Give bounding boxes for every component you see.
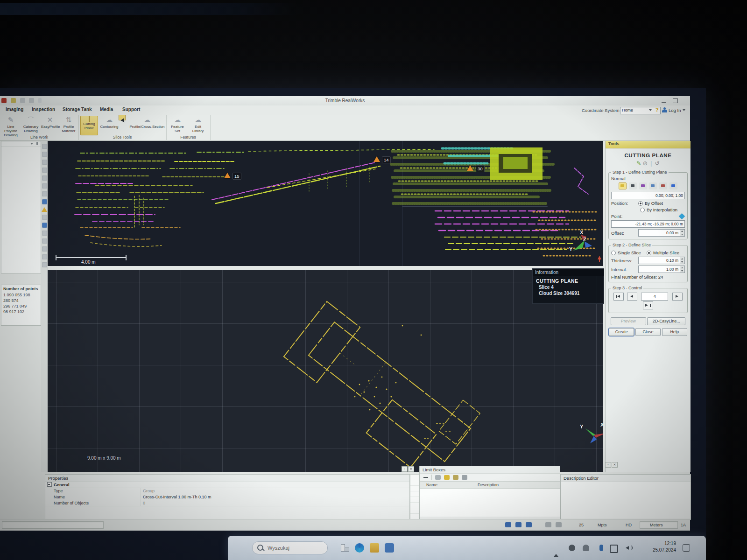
layout-split-view-icon[interactable] bbox=[515, 522, 521, 527]
button-catenary-drawing[interactable]: ⌒ Catenary Drawing bbox=[21, 116, 40, 133]
annotation-label-14[interactable]: 14 bbox=[382, 156, 391, 163]
panel-collapse-button[interactable]: ▫ bbox=[402, 466, 408, 472]
tab-inspection[interactable]: Inspection bbox=[32, 107, 55, 112]
rotate-plane-icon[interactable] bbox=[659, 182, 667, 189]
description-editor-body[interactable] bbox=[561, 482, 691, 518]
search-input[interactable] bbox=[267, 545, 324, 551]
viewport-3d-profile[interactable]: 4.00 m 15 14 30 X Z Y bbox=[48, 141, 603, 266]
microphone-icon[interactable] bbox=[599, 545, 603, 551]
annotation-marker-icon[interactable] bbox=[374, 156, 380, 162]
tab-imaging[interactable]: Imaging bbox=[6, 107, 23, 112]
crosshair-icon[interactable] bbox=[649, 182, 657, 189]
help-icon[interactable]: ? bbox=[655, 107, 661, 113]
help-button[interactable]: Help bbox=[662, 328, 687, 336]
remove-icon[interactable] bbox=[423, 477, 428, 478]
offset-input[interactable]: 0.00 m bbox=[638, 229, 680, 237]
login-dropdown-icon[interactable] bbox=[683, 109, 685, 111]
easyline-button[interactable]: 2D-EasyLine... bbox=[647, 317, 685, 325]
notification-icon[interactable] bbox=[683, 544, 690, 552]
button-contouring[interactable]: ☁ Contouring bbox=[99, 116, 120, 129]
render-mode-icon[interactable] bbox=[545, 522, 551, 527]
annotation-label-30[interactable]: 30 bbox=[476, 165, 485, 172]
tab-support[interactable]: Support bbox=[122, 107, 140, 112]
properties-group-row[interactable]: General bbox=[45, 482, 409, 488]
pick-normal-icon[interactable] bbox=[639, 182, 647, 189]
thickness-spinner[interactable] bbox=[680, 257, 685, 264]
by-interpolation-radio[interactable] bbox=[640, 208, 645, 212]
tray-chevron-up-icon[interactable] bbox=[554, 546, 560, 553]
disable-plane-icon[interactable]: ⊘ bbox=[643, 160, 648, 167]
warning-triangle-icon[interactable] bbox=[42, 207, 47, 212]
minimize-button[interactable] bbox=[660, 98, 668, 104]
button-profile-matcher[interactable]: ⇅ Profile Matcher bbox=[60, 116, 78, 133]
minimized-panel-strip[interactable] bbox=[410, 474, 419, 520]
first-slice-button[interactable] bbox=[613, 293, 624, 301]
target-tool-icon[interactable] bbox=[42, 254, 47, 259]
create-button[interactable]: Create bbox=[609, 328, 634, 336]
collapse-expander-icon[interactable] bbox=[47, 482, 52, 487]
numeric-entry-icon[interactable] bbox=[669, 182, 677, 189]
property-row[interactable]: Name Cross-Cut-Interval 1.00 m-Th 0.10 m bbox=[45, 494, 409, 500]
tab-media[interactable]: Media bbox=[100, 107, 113, 112]
previous-slice-button[interactable] bbox=[627, 293, 637, 301]
button-easyprofile[interactable]: ✕ EasyProfile bbox=[41, 116, 59, 129]
network-icon[interactable] bbox=[569, 545, 575, 551]
cloud-tool-icon[interactable] bbox=[42, 183, 47, 189]
folder-icon[interactable] bbox=[444, 475, 450, 480]
button-feature-set[interactable]: ☁ Feature Set bbox=[168, 116, 187, 133]
maximize-button[interactable] bbox=[671, 98, 679, 104]
button-cutting-plane[interactable]: Cutting Plane bbox=[80, 116, 98, 135]
property-row[interactable]: Number of Objects 0 bbox=[45, 500, 409, 506]
point-picker-icon[interactable] bbox=[679, 213, 685, 219]
button-edit-library[interactable]: ☁ Edit Library bbox=[189, 116, 207, 133]
multiple-slice-radio[interactable] bbox=[647, 251, 651, 255]
column-name[interactable]: Name bbox=[420, 482, 478, 488]
layout-single-view-icon[interactable] bbox=[505, 522, 511, 527]
panel-collapse-button[interactable]: ▫ bbox=[605, 462, 611, 468]
edit-plane-icon[interactable]: ✎ bbox=[636, 160, 641, 167]
measure-tool-icon[interactable] bbox=[42, 246, 47, 252]
limit-boxes-table-body[interactable] bbox=[420, 489, 560, 517]
thickness-input[interactable]: 0.10 m bbox=[638, 257, 680, 264]
single-slice-radio[interactable] bbox=[611, 251, 616, 255]
interval-spinner[interactable] bbox=[680, 266, 685, 273]
monitor-tool-icon[interactable] bbox=[42, 199, 47, 204]
by-offset-radio[interactable] bbox=[638, 201, 643, 206]
pin-icon[interactable] bbox=[36, 142, 38, 145]
pan-tool-icon[interactable] bbox=[42, 168, 47, 173]
tab-storage-tank[interactable]: Storage Tank bbox=[63, 107, 92, 112]
view-tool-icon[interactable] bbox=[42, 144, 47, 149]
cloud2-tool-icon[interactable] bbox=[42, 238, 47, 244]
axis-preset-icon[interactable] bbox=[619, 182, 627, 189]
lock-icon[interactable] bbox=[435, 475, 441, 480]
display-icon[interactable] bbox=[610, 545, 618, 553]
property-row[interactable]: Type Group bbox=[45, 488, 409, 494]
coordinate-system-select[interactable]: Home bbox=[620, 107, 661, 114]
app-icon[interactable] bbox=[385, 543, 394, 553]
layout-quad-view-icon[interactable] bbox=[526, 522, 532, 527]
collapse-icon[interactable] bbox=[30, 143, 33, 145]
snapshot-tool-icon[interactable] bbox=[42, 215, 47, 220]
dot-tool-icon[interactable] bbox=[42, 231, 47, 236]
stamp-icon[interactable] bbox=[462, 475, 467, 480]
taskbar-clock[interactable]: 12:19 25.07.2024 bbox=[653, 540, 676, 553]
layers-tool-icon[interactable] bbox=[42, 262, 47, 267]
render-tool-icon[interactable] bbox=[42, 175, 47, 181]
panel-tool-icon[interactable] bbox=[42, 223, 47, 228]
annotation-marker-icon[interactable] bbox=[224, 173, 231, 178]
speaker-icon[interactable] bbox=[626, 545, 632, 551]
close-button[interactable]: Close bbox=[635, 328, 661, 336]
taskview-icon[interactable] bbox=[340, 543, 349, 553]
column-description[interactable]: Description bbox=[478, 482, 499, 488]
button-profile-cross-section[interactable]: ☁ Profile/Cross-Section bbox=[129, 116, 165, 129]
display-mode-icon[interactable] bbox=[556, 522, 562, 527]
offset-spinner[interactable] bbox=[680, 229, 685, 237]
panel-close-button[interactable]: ✕ bbox=[612, 462, 618, 468]
reset-plane-icon[interactable]: ↺ bbox=[655, 160, 660, 167]
normal-input[interactable]: 0.00; 0.00; 1.00 bbox=[611, 192, 685, 199]
preview-button[interactable]: Preview bbox=[611, 317, 646, 325]
slice-number-field[interactable]: 4 bbox=[641, 293, 668, 301]
button-line-polyline-drawing[interactable]: ✎ Line Polyline Drawing bbox=[1, 116, 21, 137]
annotation-marker-icon[interactable] bbox=[467, 165, 473, 171]
camera-tool-icon[interactable] bbox=[42, 152, 47, 157]
